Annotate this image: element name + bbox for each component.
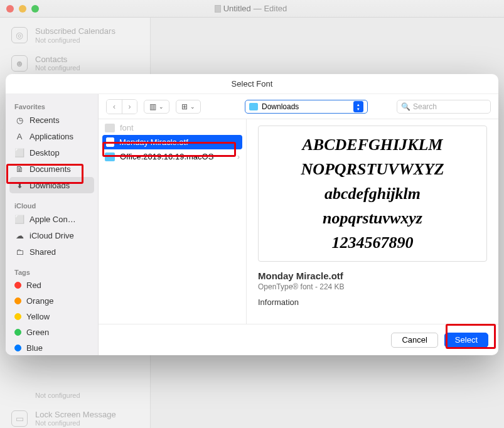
sidebar-tag-blue[interactable]: Blue [6, 340, 98, 355]
clock-icon: ◷ [14, 115, 24, 125]
grid-icon: ⊞ [181, 102, 188, 111]
sidebar-item-label: Documents [29, 164, 71, 174]
sidebar-item-apple-configurator[interactable]: ⬜Apple Con… [6, 211, 98, 227]
folder-icon [105, 152, 115, 161]
finder-toolbar: ‹ › ▥⌄ ⊞⌄ Downloads ▴▾ 🔍 Search [99, 94, 498, 119]
download-icon: ⬇ [14, 180, 24, 190]
dialog-title: Select Font [6, 74, 498, 94]
location-label: Downloads [262, 102, 299, 111]
sidebar-item-label: Desktop [29, 148, 60, 158]
sidebar-item-desktop[interactable]: ⬜Desktop [6, 144, 98, 161]
main-area: ‹ › ▥⌄ ⊞⌄ Downloads ▴▾ 🔍 Search [99, 94, 498, 355]
sidebar-item-label: Apple Con… [29, 215, 76, 224]
chevron-right-icon: › [237, 152, 240, 161]
search-placeholder: Search [413, 102, 437, 111]
tag-dot-icon [14, 282, 21, 289]
content-area: font Monday Miracle.otf Office.2019.16.1… [99, 119, 498, 324]
sidebar-item-label: Blue [26, 343, 43, 353]
search-icon: 🔍 [401, 102, 410, 111]
file-row-office[interactable]: Office.2019.16.19.macOS › [99, 149, 246, 164]
cancel-button[interactable]: Cancel [391, 333, 437, 348]
file-name: Monday Miracle.otf [119, 137, 188, 147]
sidebar-item-label: Applications [29, 132, 73, 141]
folder-icon [105, 124, 115, 132]
preview-line: 1234567890 [265, 230, 480, 255]
sidebar-item-label: Recents [29, 115, 60, 125]
select-font-dialog: Select Font Favorites ◷Recents AApplicat… [6, 74, 498, 355]
apps-icon: A [14, 131, 24, 141]
document-icon: 🗎 [14, 164, 24, 174]
tag-dot-icon [14, 313, 21, 320]
sidebar-item-label: iCloud Drive [29, 231, 74, 240]
sidebar-item-icloud-drive[interactable]: ☁iCloud Drive [6, 227, 98, 243]
chevron-down-icon: ⌄ [159, 104, 164, 110]
sidebar-item-downloads[interactable]: ⬇Downloads [9, 177, 94, 193]
sidebar-item-documents[interactable]: 🗎Documents [6, 161, 98, 177]
location-dropdown[interactable]: Downloads ▴▾ [245, 100, 368, 114]
preview-line: abcdefghijklm [265, 181, 480, 206]
file-list: font Monday Miracle.otf Office.2019.16.1… [99, 119, 247, 324]
sidebar-item-applications[interactable]: AApplications [6, 128, 98, 144]
desktop-icon: ⬜ [14, 147, 24, 158]
preview-meta: Monday Miracle.otf OpenType® font - 224 … [258, 270, 487, 307]
columns-icon: ▥ [149, 102, 156, 111]
sidebar-tag-yellow[interactable]: Yellow [6, 309, 98, 324]
dialog-footer: Cancel Select [99, 324, 498, 355]
preview-info-label: Information [258, 297, 487, 307]
tag-dot-icon [14, 297, 21, 304]
view-options[interactable]: ⊞⌄ [176, 100, 201, 114]
preview-filename: Monday Miracle.otf [258, 270, 487, 281]
preview-filedesc: OpenType® font - 224 KB [258, 282, 487, 291]
sidebar-item-label: Yellow [26, 312, 50, 321]
folder-icon: 🗀 [14, 247, 24, 257]
nav-buttons: ‹ › [106, 99, 137, 114]
sidebar-item-label: Green [26, 328, 49, 337]
file-name: Office.2019.16.19.macOS [120, 152, 213, 161]
select-button[interactable]: Select [444, 333, 488, 348]
view-mode-columns[interactable]: ▥⌄ [144, 100, 169, 114]
preview-line: nopqrstuvwxyz [265, 206, 480, 230]
sidebar-item-recents[interactable]: ◷Recents [6, 112, 98, 128]
cloud-icon: ☁ [14, 230, 24, 240]
folder-icon [249, 103, 258, 110]
tag-dot-icon [14, 345, 21, 351]
font-preview: ABCDEFGHIJKLM NOPQRSTUVWXYZ abcdefghijkl… [258, 126, 487, 262]
dropdown-arrows-icon: ▴▾ [353, 101, 363, 112]
tag-dot-icon [14, 329, 21, 336]
sidebar-item-label: Orange [26, 296, 53, 306]
sidebar-item-label: Downloads [29, 181, 70, 190]
sidebar-tag-red[interactable]: Red [6, 277, 98, 293]
monitor-icon: ⬜ [14, 214, 24, 224]
preview-pane: ABCDEFGHIJKLM NOPQRSTUVWXYZ abcdefghijkl… [247, 119, 498, 324]
preview-line: ABCDEFGHIJKLM [265, 132, 480, 157]
forward-button[interactable]: › [122, 100, 137, 114]
sidebar-section-favorites: Favorites [6, 99, 98, 112]
sidebar-item-label: Red [26, 281, 41, 290]
back-button[interactable]: ‹ [107, 100, 122, 114]
sidebar-section-tags: Tags [6, 265, 98, 277]
preview-line: NOPQRSTUVWXYZ [265, 157, 480, 181]
search-input[interactable]: 🔍 Search [397, 100, 491, 114]
sidebar-item-shared[interactable]: 🗀Shared [6, 243, 98, 260]
chevron-down-icon: ⌄ [190, 104, 195, 110]
font-file-icon [106, 137, 114, 147]
finder-sidebar: Favorites ◷Recents AApplications ⬜Deskto… [6, 94, 99, 355]
sidebar-item-label: Shared [29, 247, 56, 257]
file-name: font [120, 123, 134, 132]
file-row-font[interactable]: font [99, 120, 246, 135]
sidebar-tag-orange[interactable]: Orange [6, 293, 98, 309]
sidebar-section-icloud: iCloud [6, 198, 98, 211]
sidebar-tag-green[interactable]: Green [6, 324, 98, 340]
file-row-monday-miracle[interactable]: Monday Miracle.otf [102, 135, 242, 149]
